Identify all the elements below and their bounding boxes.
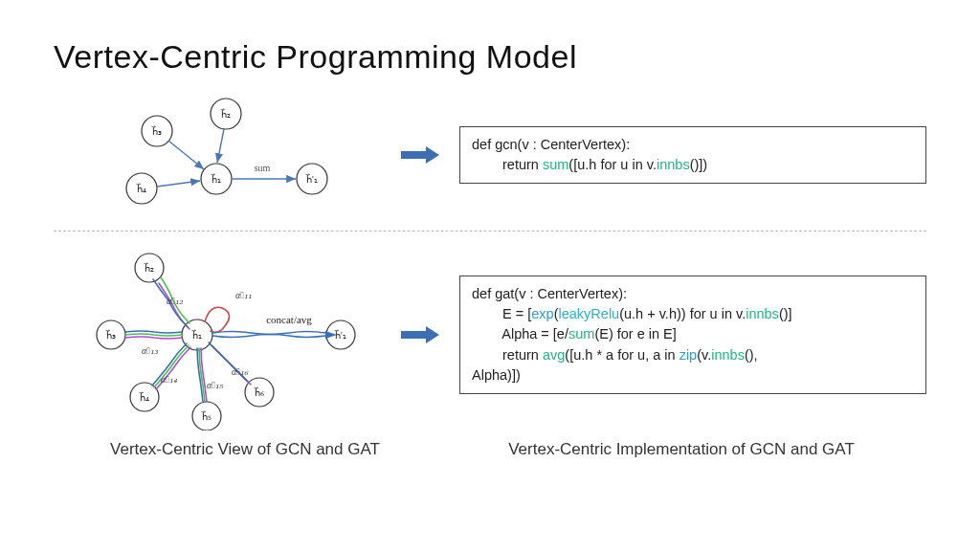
gcn-code-box: def gcn(v : CenterVertex): return sum([u… xyxy=(459,126,926,184)
gcn-n1: h⃗₃ xyxy=(151,125,162,137)
kw-exp: exp xyxy=(531,306,553,321)
gat-center: h⃗₁ xyxy=(191,329,202,341)
alpha14: α⃗₁₄ xyxy=(161,374,178,385)
alpha12: α⃗₁₂ xyxy=(167,296,184,306)
slide-title: Vertex-Centric Programming Model xyxy=(54,38,926,76)
gat-row: h⃗₁ h⃗₂ h⃗₃ h⃗₄ h⃗₅ h⃗₆ h⃗'₁ α⃗₁₁ xyxy=(54,239,926,430)
gat-diagram: h⃗₁ h⃗₂ h⃗₃ h⃗₄ h⃗₅ h⃗₆ h⃗'₁ α⃗₁₁ xyxy=(54,239,379,430)
gat-n4: h⃗₆ xyxy=(254,386,264,398)
gat-n3: h⃗₅ xyxy=(201,410,212,422)
gcn-row: h⃗₁ h⃗'₁ h⃗₃ h⃗₂ h⃗₄ sum xyxy=(54,93,926,217)
gat-n2: h⃗₄ xyxy=(139,391,149,403)
concat-label: concat/avg xyxy=(266,314,312,325)
caption-right: Vertex-Centric Implementation of GCN and… xyxy=(436,440,926,459)
divider xyxy=(54,231,926,231)
gcn-edge-label: sum xyxy=(255,163,271,173)
arrow-icon xyxy=(397,323,441,346)
captions: Vertex-Centric View of GCN and GAT Verte… xyxy=(54,440,926,459)
kw-avg: avg xyxy=(543,347,565,363)
arrow-icon xyxy=(397,143,441,166)
alpha16: α⃗₁₆ xyxy=(232,366,249,377)
alpha13: α⃗₁₃ xyxy=(142,345,159,356)
svg-line-7 xyxy=(157,181,200,187)
gat-n1: h⃗₃ xyxy=(105,329,116,341)
gcn-l1: def gcn(v : CenterVertex): xyxy=(472,137,630,152)
gcn-n2: h⃗₂ xyxy=(220,108,231,120)
kw-sum: sum xyxy=(543,157,568,172)
gcn-n3: h⃗₄ xyxy=(136,183,146,194)
svg-line-5 xyxy=(168,141,204,169)
svg-marker-9 xyxy=(401,146,439,164)
kw-innbs: innbs xyxy=(657,157,690,172)
caption-left: Vertex-Centric View of GCN and GAT xyxy=(54,440,436,459)
gcn-output-label: h⃗'₁ xyxy=(305,173,318,185)
alpha15: α⃗₁₅ xyxy=(207,380,224,390)
gcn-center-label: h⃗₁ xyxy=(211,173,221,185)
gat-code-box: def gat(v : CenterVertex): E = [exp(leak… xyxy=(459,276,926,393)
kw-zip: zip xyxy=(679,347,698,363)
gcn-diagram: h⃗₁ h⃗'₁ h⃗₃ h⃗₂ h⃗₄ sum xyxy=(54,93,379,217)
svg-line-6 xyxy=(217,129,224,163)
alpha11: α⃗₁₁ xyxy=(235,290,252,300)
gat-n0: h⃗₂ xyxy=(144,262,154,274)
svg-marker-18 xyxy=(401,326,439,343)
kw-leakyrelu: leakyRelu xyxy=(559,306,620,321)
